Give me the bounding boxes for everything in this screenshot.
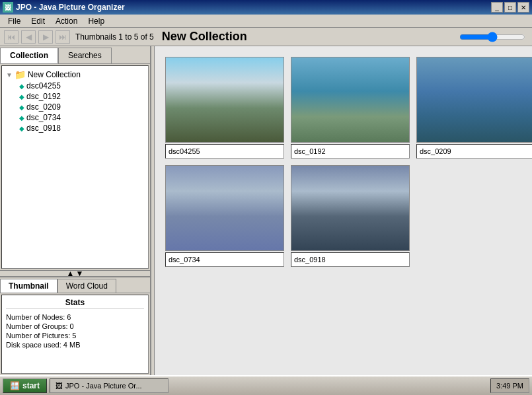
start-button[interactable]: 🪟 start — [3, 378, 47, 393]
bottom-tab-wordcloud[interactable]: Word Cloud — [57, 279, 116, 293]
thumb-label-4: dsc_0918 — [291, 252, 410, 267]
thumb-label-0: dsc04255 — [165, 144, 284, 159]
close-button[interactable]: ✕ — [517, 2, 529, 13]
stats-pictures: Number of Pictures: 5 — [6, 332, 144, 340]
nav-bar: ⏮ ◀ ▶ ⏭ Thumbnails 1 to 5 of 5 New Colle… — [0, 28, 532, 46]
resize-handle[interactable]: ▲ ▼ — [0, 270, 150, 277]
menu-file[interactable]: File — [3, 15, 26, 27]
thumb-cell-0: dsc04255 — [165, 57, 284, 159]
tree-expand-icon: ▼ — [6, 71, 13, 79]
title-bar-left: 🖼 JPO - Java Picture Organizer — [3, 2, 125, 13]
minimize-button[interactable]: _ — [491, 2, 503, 13]
nav-prev-button[interactable]: ◀ — [21, 30, 36, 44]
stats-section: Stats Number of Nodes: 6 Number of Group… — [1, 295, 149, 374]
diamond-icon-2: ◆ — [19, 104, 24, 111]
thumb-image-2[interactable] — [416, 57, 532, 143]
zoom-slider[interactable] — [459, 32, 525, 42]
stats-disk: Disk space used: 4 MB — [6, 341, 144, 349]
menu-action[interactable]: Action — [50, 15, 83, 27]
nav-first-button[interactable]: ⏮ — [4, 30, 19, 44]
tree-item-2[interactable]: ◆ dsc_0209 — [18, 102, 145, 112]
thumb-cell-4: dsc_0918 — [291, 165, 410, 267]
thumbnail-area: dsc04255 dsc_0192 dsc_0209 dsc_0734 — [155, 46, 532, 375]
main-content: ⏮ ◀ ▶ ⏭ Thumbnails 1 to 5 of 5 New Colle… — [0, 28, 532, 375]
tree-children: ◆ dsc04255 ◆ dsc_0192 ◆ dsc_0209 ◆ dsc_0… — [5, 81, 145, 133]
tab-bar: Collection Searches — [0, 46, 150, 64]
menu-help[interactable]: Help — [83, 15, 110, 27]
taskbar-app-label: JPO - Java Picture Or... — [65, 382, 142, 390]
bottom-panel: Thumbnail Word Cloud Stats Number of Nod… — [0, 277, 150, 375]
stats-groups: Number of Groups: 0 — [6, 322, 144, 330]
thumb-grid: dsc04255 dsc_0192 dsc_0209 dsc_0734 — [160, 52, 527, 272]
tab-collection[interactable]: Collection — [0, 48, 58, 63]
thumb-cell-2: dsc_0209 — [416, 57, 532, 159]
tree-item-label-1: dsc_0192 — [26, 92, 61, 101]
tree-item-3[interactable]: ◆ dsc_0734 — [18, 112, 145, 123]
thumb-image-3[interactable] — [165, 165, 284, 251]
diamond-icon-4: ◆ — [19, 125, 24, 132]
folder-icon: 📁 — [15, 69, 26, 80]
window-title: JPO - Java Picture Organizer — [16, 3, 125, 12]
start-label: start — [22, 381, 40, 390]
thumb-cell-1: dsc_0192 — [291, 57, 410, 159]
tree-item-0[interactable]: ◆ dsc04255 — [18, 81, 145, 91]
thumb-image-1[interactable] — [291, 57, 410, 143]
app-icon: 🖼 — [3, 2, 13, 13]
thumb-label-1: dsc_0192 — [291, 144, 410, 159]
tree-item-label-2: dsc_0209 — [26, 102, 61, 112]
nav-next-button[interactable]: ▶ — [38, 30, 53, 44]
left-panel: Collection Searches ▼ 📁 New Collection ◆… — [0, 46, 151, 375]
collection-title: New Collection — [162, 30, 457, 44]
thumb-label-3: dsc_0734 — [165, 252, 284, 267]
title-bar: 🖼 JPO - Java Picture Organizer _ □ ✕ — [0, 0, 532, 15]
taskbar-clock: 3:49 PM — [490, 378, 529, 393]
diamond-icon-3: ◆ — [19, 114, 24, 122]
tree-item-label-3: dsc_0734 — [26, 113, 61, 122]
maximize-button[interactable]: □ — [504, 2, 516, 13]
tree-root-label: New Collection — [28, 70, 81, 79]
menu-edit[interactable]: Edit — [26, 15, 50, 27]
diamond-icon-1: ◆ — [19, 93, 24, 100]
nav-last-button[interactable]: ⏭ — [56, 30, 70, 44]
tree-item-4[interactable]: ◆ dsc_0918 — [18, 123, 145, 133]
title-bar-buttons[interactable]: _ □ ✕ — [491, 2, 529, 13]
tree-item-label-4: dsc_0918 — [26, 124, 61, 133]
clock-time: 3:49 PM — [496, 382, 523, 390]
tree-item-1[interactable]: ◆ dsc_0192 — [18, 91, 145, 102]
windows-logo: 🪟 — [10, 381, 20, 390]
thumb-image-4[interactable] — [291, 165, 410, 251]
stats-nodes: Number of Nodes: 6 — [6, 313, 144, 321]
tree-root[interactable]: ▼ 📁 New Collection — [5, 69, 145, 81]
bottom-tab-thumbnail[interactable]: Thumbnail — [0, 279, 57, 293]
thumb-image-0[interactable] — [165, 57, 284, 143]
menu-bar: File Edit Action Help — [0, 15, 532, 28]
diamond-icon-0: ◆ — [19, 83, 24, 90]
taskbar-app-item[interactable]: 🖼 JPO - Java Picture Or... — [50, 378, 169, 393]
tree-item-label-0: dsc04255 — [26, 81, 61, 90]
thumb-label-2: dsc_0209 — [416, 144, 532, 159]
thumb-cell-3: dsc_0734 — [165, 165, 284, 267]
bottom-tab-bar: Thumbnail Word Cloud — [0, 277, 150, 293]
taskbar: 🪟 start 🖼 JPO - Java Picture Or... 3:49 … — [0, 375, 532, 395]
stats-title: Stats — [6, 298, 144, 309]
taskbar-app-icon: 🖼 — [56, 382, 63, 390]
nav-info: Thumbnails 1 to 5 of 5 — [75, 32, 154, 42]
tree-area: ▼ 📁 New Collection ◆ dsc04255 ◆ dsc_0192… — [1, 65, 149, 269]
tab-searches[interactable]: Searches — [58, 48, 112, 63]
